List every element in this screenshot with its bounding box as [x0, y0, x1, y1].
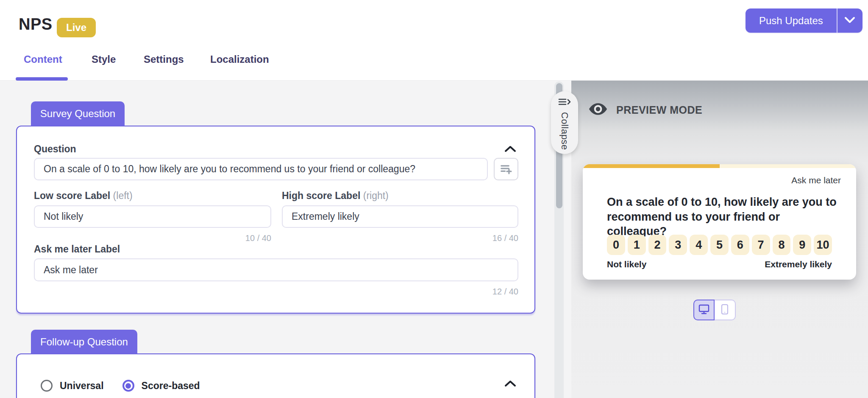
preview-question-text: On a scale of 0 to 10, how likely are yo… — [607, 195, 839, 239]
mobile-preview-button[interactable] — [715, 300, 736, 320]
survey-question-card: Question Low score Label (le — [16, 126, 535, 314]
push-updates-dropdown-button[interactable] — [837, 8, 862, 33]
tab-content[interactable]: Content — [24, 53, 62, 65]
desktop-preview-button[interactable] — [693, 300, 715, 320]
question-input[interactable] — [34, 158, 488, 180]
desktop-icon — [698, 304, 710, 317]
preview-scale-labels: Not likely Extremely likely — [607, 259, 832, 269]
low-score-input[interactable] — [34, 205, 271, 228]
score-button-8[interactable]: 8 — [773, 235, 791, 255]
score-button-5[interactable]: 5 — [710, 235, 729, 255]
chevron-down-icon — [844, 17, 855, 25]
radio-label: Universal — [60, 380, 104, 392]
score-button-3[interactable]: 3 — [669, 235, 687, 255]
collapse-panel-icon — [558, 98, 571, 109]
status-badge: Live — [57, 18, 96, 37]
ask-me-later-input[interactable] — [34, 258, 518, 281]
tab-localization[interactable]: Localization — [210, 53, 269, 65]
high-score-counter: 16 / 40 — [282, 233, 518, 243]
preview-progress-track — [583, 164, 856, 168]
followup-type-radio-group: Universal Score-based — [41, 380, 200, 392]
radio-option-universal[interactable]: Universal — [41, 380, 104, 392]
ask-me-later-label: Ask me later Label — [34, 244, 120, 255]
collapse-section-icon[interactable] — [504, 380, 516, 387]
radio-unselected-icon[interactable] — [41, 380, 53, 392]
add-variant-button[interactable] — [494, 158, 518, 180]
collapse-label: Collapse — [559, 112, 570, 150]
survey-question-card-tab[interactable]: Survey Question — [31, 101, 125, 126]
question-label: Question — [34, 143, 76, 155]
preview-low-label: Not likely — [607, 259, 646, 269]
low-score-label: Low score Label (left) — [34, 190, 133, 202]
preview-mode-label: PREVIEW MODE — [616, 104, 702, 116]
low-score-hint: (left) — [113, 190, 133, 201]
collapse-preview-button[interactable]: Collapse — [551, 91, 578, 154]
ask-me-later-counter: 12 / 40 — [34, 287, 518, 297]
score-button-2[interactable]: 2 — [648, 235, 667, 255]
nps-editor-page: NPS Live Push Updates Content Style Sett… — [0, 0, 868, 398]
push-updates-button[interactable]: Push Updates — [746, 8, 837, 33]
high-score-label-text: High score Label — [282, 190, 360, 201]
radio-label: Score-based — [142, 380, 200, 392]
tab-style[interactable]: Style — [92, 53, 116, 65]
score-button-4[interactable]: 4 — [690, 235, 708, 255]
score-button-10[interactable]: 10 — [814, 235, 832, 255]
mobile-icon — [721, 304, 729, 317]
low-score-counter: 10 / 40 — [34, 233, 271, 243]
preview-progress-fill — [583, 164, 720, 168]
score-button-6[interactable]: 6 — [731, 235, 749, 255]
high-score-input[interactable] — [282, 205, 518, 228]
score-button-7[interactable]: 7 — [752, 235, 770, 255]
high-score-label: High score Label (right) — [282, 190, 389, 202]
radio-selected-icon[interactable] — [122, 380, 134, 392]
active-tab-underline — [16, 77, 68, 81]
followup-question-card-tab[interactable]: Follow-up Question — [31, 330, 137, 354]
push-updates-split-button: Push Updates — [746, 8, 862, 33]
preview-score-row: 0 1 2 3 4 5 6 7 8 9 10 — [607, 235, 832, 255]
score-button-1[interactable]: 1 — [628, 235, 646, 255]
radio-option-score-based[interactable]: Score-based — [122, 380, 200, 392]
device-toggle — [693, 300, 736, 320]
preview-ask-me-later-link[interactable]: Ask me later — [791, 175, 841, 185]
low-score-label-text: Low score Label — [34, 190, 110, 201]
playlist-add-icon — [500, 162, 512, 177]
score-button-9[interactable]: 9 — [793, 235, 811, 255]
nps-preview-card: Ask me later On a scale of 0 to 10, how … — [583, 164, 856, 280]
preview-high-label: Extremely likely — [765, 259, 832, 269]
followup-question-card: Universal Score-based — [16, 353, 535, 398]
collapse-section-icon[interactable] — [504, 145, 516, 153]
score-button-0[interactable]: 0 — [607, 235, 625, 255]
preview-panel: PREVIEW MODE Ask me later On a scale of … — [571, 81, 868, 398]
tab-settings[interactable]: Settings — [144, 53, 184, 65]
preview-mode-header: PREVIEW MODE — [588, 99, 702, 121]
high-score-hint: (right) — [363, 190, 389, 201]
eye-icon — [588, 99, 608, 121]
app-header: NPS Live Push Updates Content Style Sett… — [0, 0, 868, 81]
page-title: NPS — [19, 15, 53, 34]
